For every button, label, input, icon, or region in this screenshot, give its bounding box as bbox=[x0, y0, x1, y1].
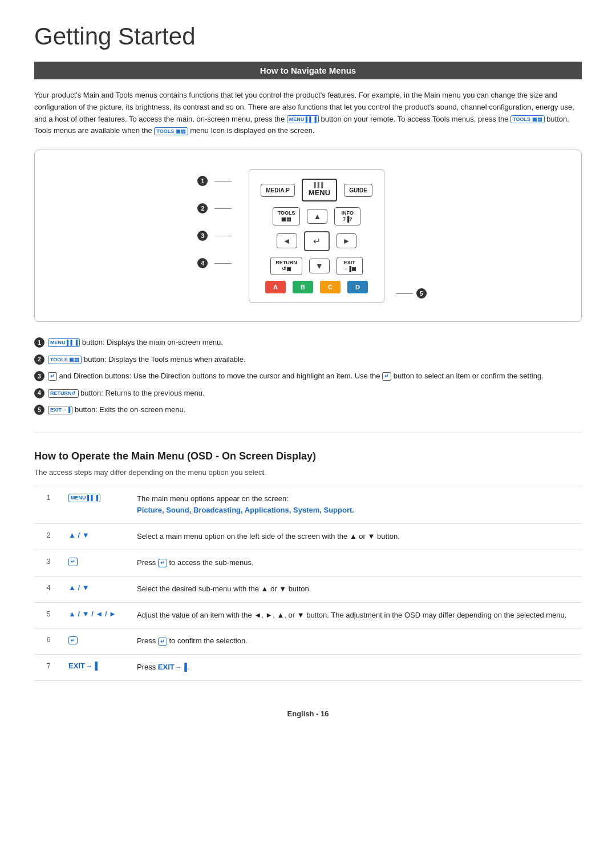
legend-text-2: TOOLS ▣▤ button: Displays the Tools menu… bbox=[48, 354, 246, 365]
legend-text-3: ↵ and Direction buttons: Use the Directi… bbox=[48, 370, 544, 382]
callout-circle-3: 3 bbox=[197, 231, 208, 241]
legend-text-1: MENU ▌▌▐ button: Displays the main on-sc… bbox=[48, 337, 223, 348]
remote-row-2: TOOLS▣▤ ▲ INFO7▐? bbox=[261, 207, 372, 225]
osd-step-row-3: 3 ↵ Press ↵ to access the sub-menus. bbox=[34, 550, 582, 576]
remote-row-3: ◄ ↵ ► bbox=[261, 231, 372, 251]
osd-step-desc-5: Adjust the value of an item with the ◄, … bbox=[131, 602, 582, 628]
remote-btn-tools[interactable]: TOOLS▣▤ bbox=[273, 207, 301, 225]
remote-btn-left[interactable]: ◄ bbox=[277, 233, 297, 248]
remote-row-4: RETURN↺▣ ▼ EXIT→▐▣ bbox=[261, 257, 372, 275]
remote-btn-a[interactable]: A bbox=[265, 281, 286, 293]
remote-btn-enter[interactable]: ↵ bbox=[304, 231, 330, 251]
osd-icon-enter-1b: ↵ bbox=[158, 559, 167, 567]
osd-step-icon-5: ▲ / ▼ / ◄ / ► bbox=[63, 602, 131, 628]
remote-row-1: MEDIA.P ▌▌▌ MENU GUIDE bbox=[261, 179, 372, 202]
remote-btn-c[interactable]: C bbox=[320, 281, 341, 293]
osd-exit-inline: EXIT→▐ bbox=[158, 663, 187, 671]
intro-text-part2: button on your remote. To access Tools m… bbox=[321, 115, 511, 123]
osd-step-num-1: 1 bbox=[34, 486, 63, 524]
osd-step-num-7: 7 bbox=[34, 655, 63, 681]
osd-steps-table: 1 MENU ▌▌▐ The main menu options appear … bbox=[34, 486, 582, 681]
tools-icon-inline-2: TOOLS ▣▤ bbox=[154, 127, 188, 136]
osd-step-desc-4: Select the desired sub-menu with the ▲ o… bbox=[131, 576, 582, 602]
remote-btn-right[interactable]: ► bbox=[337, 233, 357, 248]
callout-1: 1 bbox=[197, 167, 232, 195]
legend-icon-exit: EXIT→▐ bbox=[48, 406, 72, 414]
osd-icon-enter-2b: ↵ bbox=[158, 638, 167, 646]
osd-step-icon-2: ▲ / ▼ bbox=[63, 524, 131, 550]
remote-btn-up[interactable]: ▲ bbox=[307, 209, 327, 224]
callout-4: 4 bbox=[197, 249, 232, 277]
callout-line-2 bbox=[214, 208, 232, 209]
osd-step-icon-1: MENU ▌▌▐ bbox=[63, 486, 131, 524]
right-callout-5: 5 bbox=[396, 288, 430, 299]
osd-step-row-7: 7 EXIT→▐ Press EXIT→▐. bbox=[34, 655, 582, 681]
osd-step-row-5: 5 ▲ / ▼ / ◄ / ► Adjust the value of an i… bbox=[34, 602, 582, 628]
intro-text-part4: menu Icon is displayed on the screen. bbox=[190, 126, 314, 135]
callout-circle-1: 1 bbox=[197, 176, 208, 186]
osd-step-desc-6: Press ↵ to confirm the selection. bbox=[131, 628, 582, 655]
osd-icon-alldirections: ▲ / ▼ / ◄ / ► bbox=[68, 610, 116, 618]
intro-paragraph: Your product's Main and Tools menus cont… bbox=[34, 90, 582, 137]
legend-icon-return: RETURN↺ bbox=[48, 389, 79, 398]
osd-icon-enter-2: ↵ bbox=[68, 636, 78, 645]
remote-btn-exit[interactable]: EXIT→▐▣ bbox=[337, 257, 363, 275]
remote-btn-return[interactable]: RETURN↺▣ bbox=[270, 257, 302, 275]
legend-num-1: 1 bbox=[34, 337, 44, 348]
remote-btn-info[interactable]: INFO7▐? bbox=[334, 207, 360, 225]
menu-icon-inline: MENU ▌▌▐ bbox=[287, 115, 319, 124]
osd-subtitle: The access steps may differ depending on… bbox=[34, 468, 582, 477]
legend-list: 1 MENU ▌▌▐ button: Displays the main on-… bbox=[34, 337, 582, 416]
remote-btn-guide[interactable]: GUIDE bbox=[344, 184, 372, 197]
osd-icon-enter-1: ↵ bbox=[68, 558, 78, 566]
legend-num-5: 5 bbox=[34, 405, 44, 415]
osd-step-row-4: 4 ▲ / ▼ Select the desired sub-menu with… bbox=[34, 576, 582, 602]
callout-line-1 bbox=[214, 181, 232, 182]
legend-item-2: 2 TOOLS ▣▤ button: Displays the Tools me… bbox=[34, 354, 582, 365]
osd-step-num-2: 2 bbox=[34, 524, 63, 550]
osd-icon-menu: MENU ▌▌▐ bbox=[68, 494, 100, 502]
remote-buttons: MEDIA.P ▌▌▌ MENU GUIDE TOOLS▣▤ ▲ INFO7▐?… bbox=[249, 169, 384, 303]
menu-label: MENU bbox=[309, 188, 330, 198]
osd-step-desc-2: Select a main menu option on the left si… bbox=[131, 524, 582, 550]
legend-icon-menu: MENU ▌▌▐ bbox=[48, 338, 80, 347]
legend-item-3: 3 ↵ and Direction buttons: Use the Direc… bbox=[34, 370, 582, 382]
callout-2: 2 bbox=[197, 195, 232, 222]
osd-step-desc-3: Press ↵ to access the sub-menus. bbox=[131, 550, 582, 576]
footer-label: English - 16 bbox=[287, 709, 329, 718]
remote-row-5: A B C D bbox=[261, 281, 372, 293]
legend-num-4: 4 bbox=[34, 388, 44, 398]
remote-btn-d[interactable]: D bbox=[347, 281, 368, 293]
remote-btn-menu[interactable]: ▌▌▌ MENU bbox=[302, 179, 337, 202]
callout-circle-5: 5 bbox=[416, 288, 427, 299]
section-divider bbox=[34, 433, 582, 433]
osd-step-row-2: 2 ▲ / ▼ Select a main menu option on the… bbox=[34, 524, 582, 550]
osd-icon-updown-1: ▲ / ▼ bbox=[68, 531, 90, 539]
remote-btn-mediap[interactable]: MEDIA.P bbox=[261, 184, 295, 197]
legend-item-4: 4 RETURN↺ button: Returns to the previou… bbox=[34, 388, 582, 399]
legend-num-3: 3 bbox=[34, 371, 44, 381]
legend-text-5: EXIT→▐ button: Exits the on-screen menu. bbox=[48, 404, 185, 416]
callout-circle-4: 4 bbox=[197, 258, 208, 268]
osd-step-icon-7: EXIT→▐ bbox=[63, 655, 131, 681]
osd-step-icon-3: ↵ bbox=[63, 550, 131, 576]
osd-menu-links: Picture, Sound, Broadcasting, Applicatio… bbox=[137, 506, 354, 514]
osd-step-icon-6: ↵ bbox=[63, 628, 131, 655]
tools-icon-inline-1: TOOLS ▣▤ bbox=[510, 115, 544, 124]
legend-item-1: 1 MENU ▌▌▐ button: Displays the main on-… bbox=[34, 337, 582, 348]
osd-step-icon-4: ▲ / ▼ bbox=[63, 576, 131, 602]
callout-circle-2: 2 bbox=[197, 203, 208, 213]
osd-step-num-4: 4 bbox=[34, 576, 63, 602]
callout-5-spacer bbox=[197, 277, 232, 304]
osd-step-num-3: 3 bbox=[34, 550, 63, 576]
osd-step-num-5: 5 bbox=[34, 602, 63, 628]
remote-btn-b[interactable]: B bbox=[293, 281, 313, 293]
left-callouts: 1 2 3 4 bbox=[197, 167, 232, 304]
callout-3: 3 bbox=[197, 222, 232, 249]
menu-icon-top: ▌▌▌ bbox=[309, 182, 330, 189]
remote-btn-down[interactable]: ▼ bbox=[309, 259, 330, 273]
page-title: Getting Started bbox=[34, 23, 582, 50]
legend-text-4: RETURN↺ button: Returns to the previous … bbox=[48, 388, 205, 399]
section1-header: How to Navigate Menus bbox=[34, 62, 582, 79]
callout-line-4 bbox=[214, 263, 232, 264]
